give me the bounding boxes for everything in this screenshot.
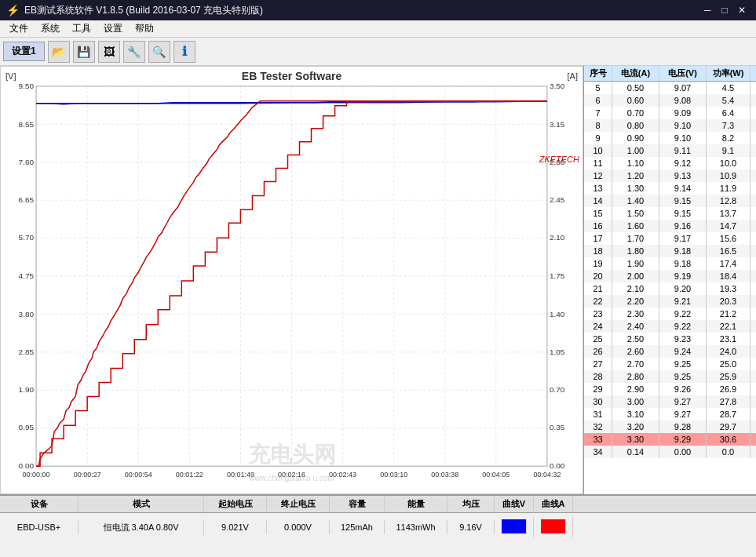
settings-button[interactable]: 🔧	[123, 41, 145, 63]
open-button[interactable]: 📂	[48, 41, 70, 63]
table-row: 212.109.2019.3	[584, 282, 756, 295]
right-panel: 序号 电流(A) 电压(V) 功率(W) 50.509.074.560.609.…	[583, 66, 756, 494]
cell-voltage: 9.17	[659, 232, 707, 245]
cell-seq: 28	[584, 370, 612, 383]
table-row: 171.709.1715.6	[584, 232, 756, 245]
cell-voltage: 9.18	[659, 257, 707, 270]
table-body[interactable]: 50.509.074.560.609.085.470.709.096.480.8…	[584, 82, 756, 494]
table-row: 242.409.2222.1	[584, 320, 756, 333]
cell-seq: 5	[584, 82, 612, 94]
device-tab[interactable]: 设置1	[3, 42, 45, 61]
cell-current: 2.20	[612, 295, 659, 308]
curve-v-color	[502, 519, 527, 533]
cell-power: 15.6	[707, 232, 751, 245]
cell-current: 1.20	[612, 169, 659, 182]
toolbar: 设置1 📂 💾 🖼 🔧 🔍 ℹ	[0, 38, 756, 66]
svg-text:2.80: 2.80	[550, 158, 565, 166]
svg-text:0.70: 0.70	[550, 385, 565, 394]
table-row: 303.009.2727.8	[584, 395, 756, 408]
chart-svg: 9.50 8.55 7.60 6.65 5.70 4.75 3.80 2.85 …	[1, 67, 583, 493]
svg-text:3.50: 3.50	[550, 82, 565, 90]
cell-seq: 25	[584, 333, 612, 345]
info-button[interactable]: ℹ	[173, 41, 195, 63]
cell-voltage: 9.21	[659, 295, 707, 308]
cell-voltage: 9.27	[659, 408, 707, 420]
curve-a-box	[534, 517, 573, 537]
svg-text:00:03:38: 00:03:38	[431, 471, 458, 479]
table-row: 151.509.1513.7	[584, 207, 756, 220]
cell-power: 30.6	[707, 433, 751, 446]
table-row: 262.609.2424.0	[584, 345, 756, 358]
cell-voltage: 9.27	[659, 395, 707, 408]
cell-power: 16.5	[707, 245, 751, 257]
table-row: 340.140.000.0	[584, 446, 756, 458]
cell-current: 0.14	[612, 446, 659, 458]
app-title: EB测试系统软件 V1.8.5 (Build 2016-03-07 充电头特别版…	[24, 4, 263, 17]
col-curve-a: 曲线A	[534, 496, 573, 512]
menu-tools[interactable]: 工具	[66, 20, 97, 37]
cell-current: 2.70	[612, 358, 659, 370]
cell-voltage: 9.10	[659, 132, 707, 144]
cell-seq: 9	[584, 132, 612, 144]
cell-current: 1.00	[612, 144, 659, 157]
curve-a-color	[541, 519, 566, 533]
cell-power: 5.4	[707, 94, 751, 107]
cell-voltage: 9.26	[659, 383, 707, 395]
cell-power: 19.3	[707, 282, 751, 295]
table-row: 282.809.2525.9	[584, 370, 756, 383]
menu-system[interactable]: 系统	[35, 20, 66, 37]
table-row: 101.009.119.1	[584, 144, 756, 157]
minimize-button[interactable]: ─	[699, 3, 715, 17]
save-button[interactable]: 💾	[73, 41, 95, 63]
cell-current: 0.50	[612, 82, 659, 94]
svg-text:0.35: 0.35	[550, 423, 565, 431]
cell-voltage: 9.08	[659, 94, 707, 107]
svg-text:00:00:27: 00:00:27	[74, 471, 101, 479]
cell-power: 18.4	[707, 270, 751, 282]
cell-power: 27.8	[707, 395, 751, 408]
cell-current: 2.30	[612, 308, 659, 320]
main-content: EB Tester Software [V] [A] ZKETECH 充电头网 …	[0, 66, 756, 494]
energy-value: 1143mWh	[385, 520, 447, 534]
cell-seq: 14	[584, 195, 612, 207]
cell-seq: 30	[584, 395, 612, 408]
cell-voltage: 9.11	[659, 144, 707, 157]
svg-text:6.65: 6.65	[19, 195, 35, 204]
table-row: 131.309.1411.9	[584, 182, 756, 195]
cell-current: 2.90	[612, 383, 659, 395]
table-row: 60.609.085.4	[584, 94, 756, 107]
cell-seq: 24	[584, 320, 612, 333]
col-mode: 模式	[79, 496, 204, 512]
svg-text:00:01:49: 00:01:49	[227, 471, 254, 479]
cell-power: 29.7	[707, 420, 751, 433]
menu-help[interactable]: 帮助	[129, 20, 160, 37]
cell-power: 10.9	[707, 169, 751, 182]
menu-settings[interactable]: 设置	[97, 20, 129, 37]
menu-file[interactable]: 文件	[3, 20, 35, 37]
bottom-bar-header: 设备 模式 起始电压 终止电压 容量 能量 均压 曲线V 曲线A	[0, 496, 756, 513]
table-row: 70.709.096.4	[584, 107, 756, 119]
cell-voltage: 0.00	[659, 446, 707, 458]
close-button[interactable]: ✕	[734, 3, 750, 17]
search-button[interactable]: 🔍	[148, 41, 170, 63]
maximize-button[interactable]: □	[717, 3, 732, 17]
svg-text:1.40: 1.40	[550, 310, 565, 319]
menu-bar: 文件 系统 工具 设置 帮助	[0, 20, 756, 38]
table-row: 50.509.074.5	[584, 82, 756, 94]
cell-current: 3.30	[612, 433, 659, 446]
cell-voltage: 9.18	[659, 245, 707, 257]
cell-voltage: 9.22	[659, 320, 707, 333]
table-row: 313.109.2728.7	[584, 408, 756, 420]
col-energy: 能量	[385, 496, 447, 512]
avg-voltage-value: 9.16V	[447, 520, 495, 534]
image-button[interactable]: 🖼	[98, 41, 120, 63]
cell-seq: 19	[584, 257, 612, 270]
cell-seq: 10	[584, 144, 612, 157]
table-row: 141.409.1512.8	[584, 195, 756, 207]
cell-power: 28.7	[707, 408, 751, 420]
cell-current: 1.50	[612, 207, 659, 220]
cell-power: 20.3	[707, 295, 751, 308]
cell-voltage: 9.23	[659, 333, 707, 345]
cell-voltage: 9.24	[659, 345, 707, 358]
table-row: 80.809.107.3	[584, 119, 756, 132]
